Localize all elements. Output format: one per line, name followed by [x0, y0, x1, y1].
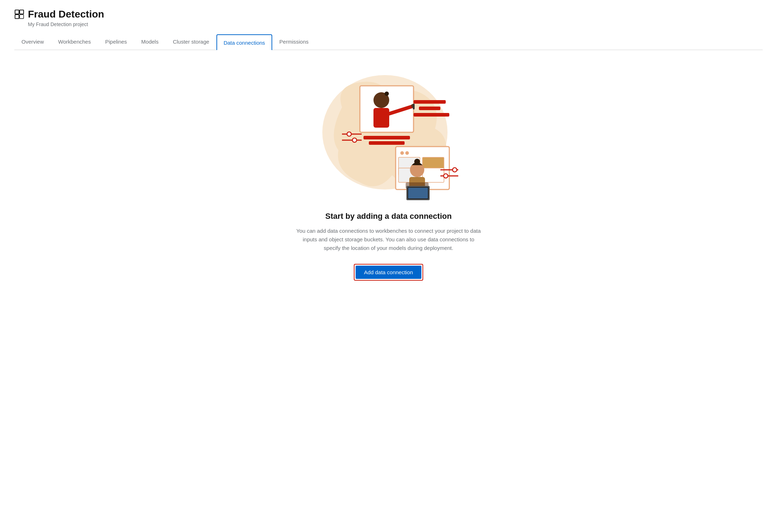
tab-workbenches[interactable]: Workbenches	[51, 34, 98, 50]
svg-point-17	[405, 151, 409, 155]
svg-rect-2	[20, 10, 24, 14]
svg-rect-34	[369, 141, 405, 145]
project-subtitle: My Fraud Detection project	[28, 21, 763, 27]
add-data-connection-button[interactable]: Add data connection	[356, 266, 422, 279]
project-icon	[14, 9, 24, 19]
svg-point-38	[444, 174, 448, 178]
tab-data-connections[interactable]: Data connections	[216, 34, 272, 50]
svg-rect-8	[373, 108, 389, 128]
svg-rect-12	[414, 100, 446, 104]
tab-overview[interactable]: Overview	[14, 34, 51, 50]
svg-rect-0	[15, 10, 19, 14]
svg-rect-11	[413, 104, 415, 109]
svg-rect-1	[15, 15, 19, 19]
svg-point-36	[453, 168, 457, 172]
svg-rect-3	[20, 15, 24, 19]
svg-rect-28	[408, 188, 428, 198]
project-title: Fraud Detection	[28, 9, 104, 20]
tab-cluster-storage[interactable]: Cluster storage	[166, 34, 216, 50]
tab-permissions[interactable]: Permissions	[272, 34, 316, 50]
page-header: Fraud Detection My Fraud Detection proje…	[0, 0, 777, 50]
tab-pipelines[interactable]: Pipelines	[98, 34, 134, 50]
project-title-row: Fraud Detection	[14, 9, 763, 20]
empty-state-description: You can add data connections to workbenc…	[295, 227, 482, 252]
svg-point-23	[414, 159, 420, 164]
svg-rect-33	[363, 136, 410, 139]
svg-point-16	[400, 151, 404, 155]
main-content: Start by adding a data connection You ca…	[0, 50, 777, 302]
tab-models[interactable]: Models	[134, 34, 166, 50]
svg-point-32	[352, 138, 357, 142]
svg-rect-13	[419, 107, 440, 110]
svg-point-30	[347, 132, 351, 136]
svg-rect-14	[414, 113, 449, 117]
empty-state-title: Start by adding a data connection	[325, 212, 451, 221]
tab-navigation: Overview Workbenches Pipelines Models Cl…	[14, 34, 763, 50]
empty-state-illustration	[313, 64, 464, 200]
add-data-connection-button-wrapper: Add data connection	[354, 264, 424, 281]
svg-point-7	[385, 92, 389, 96]
